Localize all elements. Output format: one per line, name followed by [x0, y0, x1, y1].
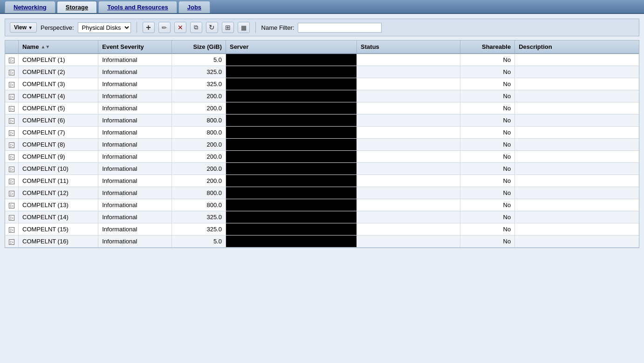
server-cell [226, 163, 356, 175]
table-row[interactable]: ▷COMPELNT (9)Informational200.0 No [5, 151, 639, 163]
event-severity-cell: Informational [98, 66, 172, 78]
shareable-cell: No [460, 235, 515, 248]
expand-arrow[interactable]: ▷ [9, 215, 14, 221]
size-cell: 325.0 [171, 223, 226, 235]
expand-arrow[interactable]: ▷ [9, 191, 14, 196]
description-cell [515, 78, 639, 90]
tab-storage[interactable]: Storage [57, 1, 97, 13]
shareable-cell: No [460, 90, 515, 102]
perspective-select[interactable]: Physical Disks Logical Disks Storage Poo… [78, 22, 131, 33]
shareable-cell: No [460, 223, 515, 235]
table-row[interactable]: ▷COMPELNT (10)Informational200.0 No [5, 163, 639, 175]
shareable-cell: No [460, 139, 515, 151]
export-button[interactable]: ⊞ [222, 22, 234, 33]
description-cell [515, 151, 639, 163]
th-name[interactable]: Name ▲▼ [19, 40, 98, 54]
expand-arrow[interactable]: ▷ [9, 118, 14, 124]
delete-button[interactable]: ✕ [174, 22, 186, 33]
main-content: View ▼ Perspective: Physical Disks Logic… [0, 14, 644, 363]
export-icon: ⊞ [225, 24, 231, 31]
expand-arrow[interactable]: ▷ [9, 239, 14, 245]
size-cell: 5.0 [171, 235, 226, 248]
table-row[interactable]: ▷COMPELNT (3)Informational325.0 No [5, 78, 639, 90]
expand-cell: ▷ [5, 66, 19, 78]
expand-arrow[interactable]: ▷ [9, 167, 14, 172]
tab-tools-resources[interactable]: Tools and Resources [98, 1, 177, 13]
expand-arrow[interactable]: ▷ [9, 179, 14, 184]
name-cell: COMPELNT (1) [19, 54, 98, 66]
table-row[interactable]: ▷COMPELNT (1)Informational5.0 No [5, 54, 639, 66]
table-row[interactable]: ▷COMPELNT (6)Informational800.0 No [5, 114, 639, 127]
status-cell [357, 175, 460, 187]
add-button[interactable]: + [143, 22, 155, 33]
table-row[interactable]: ▷COMPELNT (16)Informational5.0 No [5, 235, 639, 248]
description-cell [515, 127, 639, 139]
event-severity-cell: Informational [98, 102, 172, 114]
expand-cell: ▷ [5, 163, 19, 175]
table-row[interactable]: ▷COMPELNT (14)Informational325.0 No [5, 211, 639, 223]
event-severity-cell: Informational [98, 54, 172, 66]
th-event-severity: Event Severity [98, 40, 172, 54]
expand-cell: ▷ [5, 211, 19, 223]
table-row[interactable]: ▷COMPELNT (7)Informational800.0 No [5, 127, 639, 139]
edit-icon: ✏ [162, 24, 167, 31]
add-icon: + [146, 23, 151, 33]
table-row[interactable]: ▷COMPELNT (11)Informational200.0 No [5, 175, 639, 187]
expand-arrow[interactable]: ▷ [9, 58, 14, 63]
expand-arrow[interactable]: ▷ [9, 130, 14, 136]
th-size-gib: Size (GiB) [171, 40, 226, 54]
shareable-cell: No [460, 175, 515, 187]
size-cell: 800.0 [171, 127, 226, 139]
expand-arrow[interactable]: ▷ [9, 70, 14, 75]
expand-arrow[interactable]: ▷ [9, 82, 14, 87]
table-row[interactable]: ▷COMPELNT (13)Informational800.0 No [5, 199, 639, 211]
clone-button[interactable]: ⧉ [190, 22, 202, 33]
status-cell [357, 127, 460, 139]
name-filter-label: Name Filter: [261, 24, 295, 31]
toolbar-separator-1 [137, 22, 137, 33]
server-cell [226, 139, 356, 151]
size-cell: 325.0 [171, 78, 226, 90]
size-cell: 200.0 [171, 163, 226, 175]
description-cell [515, 54, 639, 66]
server-cell [226, 114, 356, 127]
table-row[interactable]: ▷COMPELNT (2)Informational325.0 No [5, 66, 639, 78]
size-cell: 200.0 [171, 139, 226, 151]
expand-arrow[interactable]: ▷ [9, 142, 14, 148]
name-cell: COMPELNT (7) [19, 127, 98, 139]
table-row[interactable]: ▷COMPELNT (8)Informational200.0 No [5, 139, 639, 151]
edit-button[interactable]: ✏ [158, 22, 171, 33]
size-cell: 800.0 [171, 187, 226, 199]
status-cell [357, 187, 460, 199]
status-cell [357, 235, 460, 248]
event-severity-cell: Informational [98, 139, 172, 151]
description-cell [515, 211, 639, 223]
table-row[interactable]: ▷COMPELNT (4)Informational200.0 No [5, 90, 639, 102]
expand-arrow[interactable]: ▷ [9, 203, 14, 208]
size-cell: 200.0 [171, 102, 226, 114]
description-cell [515, 163, 639, 175]
table-row[interactable]: ▷COMPELNT (5)Informational200.0 No [5, 102, 639, 114]
expand-arrow[interactable]: ▷ [9, 155, 14, 160]
table-row[interactable]: ▷COMPELNT (12)Informational800.0 No [5, 187, 639, 199]
tab-networking[interactable]: Networking [5, 1, 55, 13]
event-severity-cell: Informational [98, 163, 172, 175]
th-shareable: Shareable [460, 40, 515, 54]
expand-arrow[interactable]: ▷ [9, 94, 14, 100]
status-cell [357, 78, 460, 90]
name-filter-input[interactable] [298, 23, 382, 33]
event-severity-cell: Informational [98, 235, 172, 248]
size-cell: 325.0 [171, 66, 226, 78]
event-severity-cell: Informational [98, 199, 172, 211]
grid-button[interactable]: ▦ [238, 22, 250, 33]
event-severity-cell: Informational [98, 127, 172, 139]
table-row[interactable]: ▷COMPELNT (15)Informational325.0 No [5, 223, 639, 235]
expand-cell: ▷ [5, 139, 19, 151]
refresh-button[interactable]: ↻ [206, 22, 218, 33]
expand-arrow[interactable]: ▷ [9, 227, 14, 233]
view-button[interactable]: View ▼ [10, 22, 37, 33]
tab-jobs[interactable]: Jobs [178, 1, 210, 13]
expand-cell: ▷ [5, 90, 19, 102]
expand-arrow[interactable]: ▷ [9, 106, 14, 112]
status-cell [357, 139, 460, 151]
